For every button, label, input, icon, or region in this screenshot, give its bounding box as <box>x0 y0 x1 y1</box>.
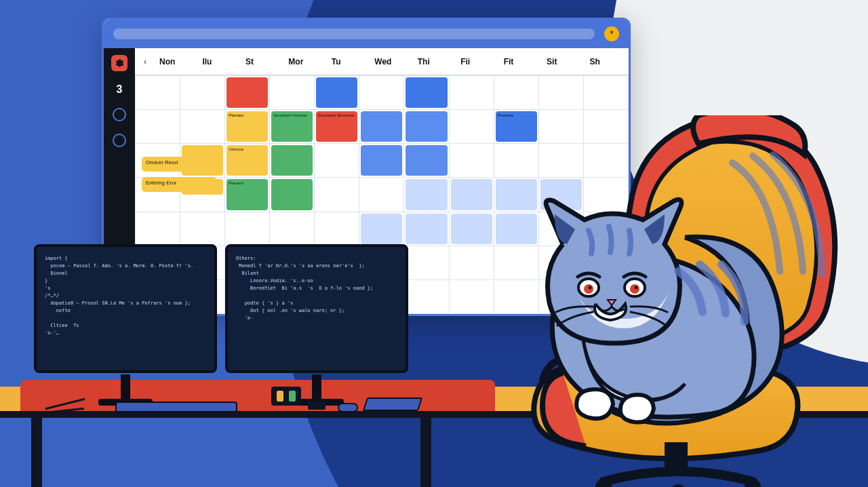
event-block[interactable] <box>316 77 357 108</box>
event-block[interactable] <box>451 214 492 244</box>
app-sidebar: 3 <box>104 48 135 314</box>
sidebar-count: 3 <box>117 83 123 96</box>
event-block[interactable] <box>271 145 313 176</box>
day-header: Fit <box>500 57 542 66</box>
day-header: Sh <box>586 57 629 66</box>
gear-icon[interactable] <box>111 55 127 71</box>
day-header: Sit <box>542 57 585 66</box>
back-button[interactable]: ‹ <box>135 57 155 66</box>
svg-point-3 <box>670 484 686 487</box>
event-block[interactable]: Senoderh Hovoine <box>271 111 313 142</box>
svg-point-6 <box>584 284 593 294</box>
event-block[interactable] <box>451 179 492 210</box>
star-icon[interactable]: * <box>604 26 619 41</box>
event-block[interactable] <box>226 77 268 108</box>
event-block[interactable] <box>361 111 402 142</box>
calendar-header: ‹ Non Ilu St Mor Tu Wed Thi Fii Fit Sit … <box>135 48 629 75</box>
cat-illustration <box>502 190 787 434</box>
window-titlebar: * <box>104 20 629 48</box>
day-header: Ilu <box>198 57 241 66</box>
event-block[interactable]: Duoinene Stnorome <box>316 111 357 142</box>
day-header: Wed <box>370 57 413 66</box>
svg-rect-0 <box>665 442 688 469</box>
sidebar-ring-icon[interactable] <box>113 134 126 147</box>
side-event[interactable]: Entbrirg Eror <box>142 177 216 192</box>
event-block[interactable] <box>406 145 447 176</box>
event-block[interactable] <box>406 214 447 244</box>
day-header: Fii <box>456 57 499 66</box>
day-header: Tu <box>328 57 370 66</box>
svg-point-9 <box>635 286 638 290</box>
event-block[interactable] <box>406 111 447 142</box>
event-block[interactable]: Preoeim <box>226 179 268 210</box>
sidebar-ring-icon[interactable] <box>113 108 126 121</box>
day-header: St <box>241 57 284 66</box>
event-block[interactable] <box>361 214 402 244</box>
event-block[interactable]: Pttentes <box>226 111 268 142</box>
event-block[interactable] <box>361 145 402 176</box>
svg-point-7 <box>630 284 639 294</box>
side-event[interactable]: Ondoin Reod <box>142 157 216 172</box>
event-block[interactable] <box>271 179 313 210</box>
svg-point-8 <box>589 286 592 290</box>
event-block[interactable]: Orerono <box>226 145 268 176</box>
side-event-list: Ondoin Reod Entbrirg Eror <box>138 157 212 192</box>
event-block[interactable] <box>406 179 447 210</box>
event-block[interactable] <box>406 77 447 108</box>
address-bar[interactable] <box>113 28 595 39</box>
day-header: Non <box>155 57 198 66</box>
day-header: Thi <box>414 57 456 66</box>
day-header: Mor <box>284 57 327 66</box>
